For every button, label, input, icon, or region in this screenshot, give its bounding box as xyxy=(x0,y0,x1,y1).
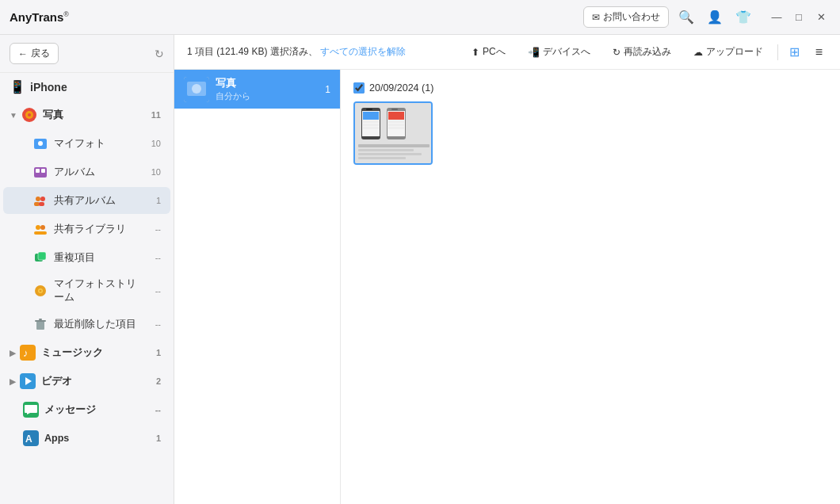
contact-button[interactable]: ✉ お問い合わせ xyxy=(583,6,669,28)
sidebar-item-photos[interactable]: ▼ 写真 11 xyxy=(3,101,170,128)
photo-grid xyxy=(353,101,827,165)
messages-count: -- xyxy=(145,405,161,414)
sidebar-item-messages[interactable]: メッセージ -- xyxy=(3,396,170,423)
sidebar-item-shared-album[interactable]: 共有アルバム 1 xyxy=(3,187,170,214)
upload-icon: ☁ xyxy=(693,47,703,58)
sidebar-item-myphoto[interactable]: マイフォト 10 xyxy=(3,130,170,157)
svg-rect-45 xyxy=(388,120,404,123)
sidebar-item-music[interactable]: ▶ ♪ ミュージック 1 xyxy=(3,339,170,366)
back-button[interactable]: ← 戻る xyxy=(10,43,59,64)
svg-rect-44 xyxy=(388,112,404,120)
duplicates-label: 重複項目 xyxy=(54,251,145,265)
app-name: AnyTrans xyxy=(10,10,63,24)
album-item-photos[interactable]: 写真 自分から 1 xyxy=(174,70,340,109)
upload-button[interactable]: ☁ アップロード xyxy=(685,41,771,63)
date-label: 20/09/2024 (1) xyxy=(369,82,433,94)
album-thumb xyxy=(184,77,209,102)
expand-music-icon: ▶ xyxy=(10,349,16,357)
sidebar-item-shared-library[interactable]: 共有ライブラリ -- xyxy=(3,216,170,242)
search-button[interactable]: 🔍 xyxy=(675,6,697,29)
date-checkbox[interactable] xyxy=(353,82,365,94)
svg-point-32 xyxy=(192,84,201,94)
user-button[interactable]: 👤 xyxy=(704,6,726,29)
contact-label: お問い合わせ xyxy=(603,10,660,24)
svg-rect-7 xyxy=(41,169,45,173)
photostream-label: マイフォトストリーム xyxy=(54,277,145,304)
window-controls: — □ ✕ xyxy=(767,8,830,27)
deselect-link[interactable]: すべての選択を解除 xyxy=(320,46,406,57)
apps-count: 1 xyxy=(145,433,161,443)
svg-rect-10 xyxy=(34,202,40,206)
myphoto-icon xyxy=(32,135,49,152)
sidebar-item-album[interactable]: アルバム 10 xyxy=(3,158,170,185)
duplicates-count: -- xyxy=(145,253,161,262)
reload-icon: ↻ xyxy=(613,47,620,58)
maximize-button[interactable]: □ xyxy=(789,8,808,27)
close-button[interactable]: ✕ xyxy=(811,8,830,27)
to-pc-icon: ⬆ xyxy=(472,47,479,58)
minimize-button[interactable]: — xyxy=(767,8,786,27)
iphone-icon: 📱 xyxy=(10,79,25,94)
photos-panel: 20/09/2024 (1) xyxy=(341,70,840,504)
shirt-icon-btn[interactable]: 👕 xyxy=(732,6,754,29)
content-area: 1 項目 (121.49 KB) 選択済み、 すべての選択を解除 ⬆ PCへ 📲… xyxy=(174,35,840,504)
photo-thumbnail[interactable] xyxy=(353,101,433,165)
shared-library-count: -- xyxy=(145,224,161,234)
svg-rect-43 xyxy=(391,109,398,110)
sidebar-item-recently-deleted[interactable]: 最近削除した項目 -- xyxy=(3,311,170,338)
sidebar-item-video[interactable]: ▶ ビデオ 2 xyxy=(3,368,170,395)
svg-rect-47 xyxy=(388,127,404,129)
photostream-icon xyxy=(32,282,49,300)
video-count: 2 xyxy=(145,376,161,386)
expand-photos-icon: ▼ xyxy=(10,111,17,120)
recently-deleted-label: 最近削除した項目 xyxy=(54,318,145,331)
reload-button[interactable]: ↻ 再読み込み xyxy=(605,41,679,63)
photostream-count: -- xyxy=(145,286,161,296)
music-icon: ♪ xyxy=(19,344,36,361)
sidebar-item-duplicates[interactable]: 重複項目 -- xyxy=(3,244,170,271)
shared-album-label: 共有アルバム xyxy=(54,194,145,208)
toolbar-actions: ⬆ PCへ 📲 デバイスへ ↻ 再読み込み ☁ アップロード ⊞ ≡ xyxy=(464,41,827,63)
sidebar-header: ← 戻る ↻ xyxy=(0,35,174,73)
main-layout: ← 戻る ↻ 📱 iPhone ▼ 写真 11 マイフォト 10 xyxy=(0,35,840,504)
to-device-icon: 📲 xyxy=(528,47,540,58)
shared-library-icon xyxy=(32,220,49,238)
album-icon xyxy=(32,163,49,181)
device-label: 📱 iPhone xyxy=(0,73,174,101)
svg-rect-16 xyxy=(38,252,46,260)
svg-point-9 xyxy=(40,197,45,201)
refresh-button[interactable]: ↻ xyxy=(155,48,164,60)
svg-text:A: A xyxy=(25,433,32,445)
svg-point-2 xyxy=(28,113,31,116)
album-count: 10 xyxy=(145,167,161,177)
myphoto-label: マイフォト xyxy=(54,137,145,151)
view-separator xyxy=(777,44,778,60)
album-item-count: 1 xyxy=(325,84,330,95)
album-name: 写真 xyxy=(216,76,325,90)
to-pc-button[interactable]: ⬆ PCへ xyxy=(464,41,514,63)
album-label: アルバム xyxy=(54,166,145,179)
photos-icon xyxy=(21,106,38,124)
svg-rect-11 xyxy=(39,202,44,206)
video-icon xyxy=(19,372,36,390)
svg-rect-49 xyxy=(358,149,414,151)
grid-view-button[interactable]: ⊞ xyxy=(785,41,804,63)
toolbar-info: 1 項目 (121.49 KB) 選択済み、 すべての選択を解除 xyxy=(187,45,454,59)
svg-rect-39 xyxy=(363,124,379,126)
recently-deleted-count: -- xyxy=(145,319,161,329)
photos-count: 11 xyxy=(145,110,161,120)
svg-rect-22 xyxy=(39,319,42,320)
sidebar-item-apps[interactable]: A Apps 1 xyxy=(3,425,170,452)
to-pc-label: PCへ xyxy=(483,45,506,59)
list-view-button[interactable]: ≡ xyxy=(811,42,827,63)
sidebar-item-photostream[interactable]: マイフォトストリーム -- xyxy=(3,273,170,309)
shared-album-count: 1 xyxy=(145,196,161,205)
album-panel: 写真 自分から 1 xyxy=(174,70,341,504)
titlebar: AnyTrans® ✉ お問い合わせ 🔍 👤 👕 — □ ✕ xyxy=(0,0,840,35)
photo-area: 写真 自分から 1 20/09/2024 (1) xyxy=(174,70,840,504)
album-sub: 自分から xyxy=(216,90,325,102)
music-count: 1 xyxy=(145,348,161,357)
svg-rect-40 xyxy=(363,127,379,129)
to-device-button[interactable]: 📲 デバイスへ xyxy=(520,41,598,63)
svg-rect-37 xyxy=(363,112,379,120)
